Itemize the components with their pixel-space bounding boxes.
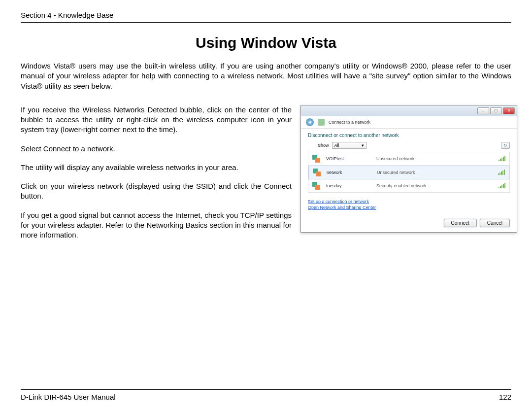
close-button[interactable]: ✕ [503,107,515,114]
show-value: All [334,143,339,148]
screenshot-column: – ▢ ✕ ◄ Connect to a network Disconnect … [300,105,517,249]
maximize-button[interactable]: ▢ [490,107,502,114]
network-security: Unsecured network [377,170,492,175]
signal-icon [499,183,505,188]
network-row-2[interactable]: tuesday Security-enabled network [308,179,509,192]
open-sharing-center-link[interactable]: Open Network and Sharing Center [308,205,510,211]
step-5: If you get a good signal but cannot acce… [21,210,292,240]
window-instruction: Disconnect or connect to another network [308,133,510,138]
network-name: VOIPtest [326,156,370,161]
cancel-button[interactable]: Cancel [480,219,510,227]
setup-connection-link[interactable]: Set up a connection or network [308,199,510,205]
network-name: tuesday [326,183,370,188]
window-titlebar: – ▢ ✕ [301,105,517,116]
network-row-1[interactable]: network Unsecured network [308,166,509,179]
network-list: VOIPtest Unsecured network network Unsec… [308,152,510,193]
computers-icon [312,155,320,163]
window-button-row: Connect Cancel [308,219,510,227]
breadcrumb-text: Connect to a network [329,120,370,125]
footer-left: D-Link DIR-645 User Manual [21,393,116,401]
show-dropdown[interactable]: All ▾ [332,142,366,149]
refresh-button[interactable]: ↻ [501,142,510,149]
instructions-column: If you receive the Wireless Networks Det… [21,105,292,249]
content-row: If you receive the Wireless Networks Det… [21,105,511,249]
network-security: Security-enabled network [376,183,493,188]
network-row-0[interactable]: VOIPtest Unsecured network [308,152,509,166]
back-icon[interactable]: ◄ [306,118,314,126]
chevron-down-icon: ▾ [362,143,364,148]
step-1: If you receive the Wireless Networks Det… [21,105,292,135]
intro-paragraph: Windows Vista® users may use the built-i… [21,61,511,91]
window-body: Disconnect or connect to another network… [301,129,517,232]
page-title: Using Window Vista [21,34,511,51]
minimize-button[interactable]: – [477,107,489,114]
page-header: Section 4 - Knowledge Base [21,11,511,23]
network-name: network [327,170,371,175]
signal-icon [499,156,505,161]
network-security: Unsecured network [376,156,493,161]
signal-icon [498,170,505,175]
show-label: Show [318,143,329,148]
computers-icon [313,169,321,176]
computers-icon [312,182,320,190]
network-icon [318,119,325,126]
breadcrumb-bar: ◄ Connect to a network [301,116,517,129]
section-label: Section 4 - Knowledge Base [21,11,113,19]
step-4: Click on your wireless network (displaye… [21,181,292,202]
step-3: The utility will display any available w… [21,163,292,172]
window-links: Set up a connection or network Open Netw… [308,199,510,211]
footer-page-number: 122 [499,393,511,401]
page-footer: D-Link DIR-645 User Manual 122 [21,389,511,401]
vista-connect-window: – ▢ ✕ ◄ Connect to a network Disconnect … [300,105,517,233]
connect-button[interactable]: Connect [444,219,477,227]
step-2: Select Connect to a network. [21,144,292,154]
filter-row: Show All ▾ ↻ [308,142,510,149]
